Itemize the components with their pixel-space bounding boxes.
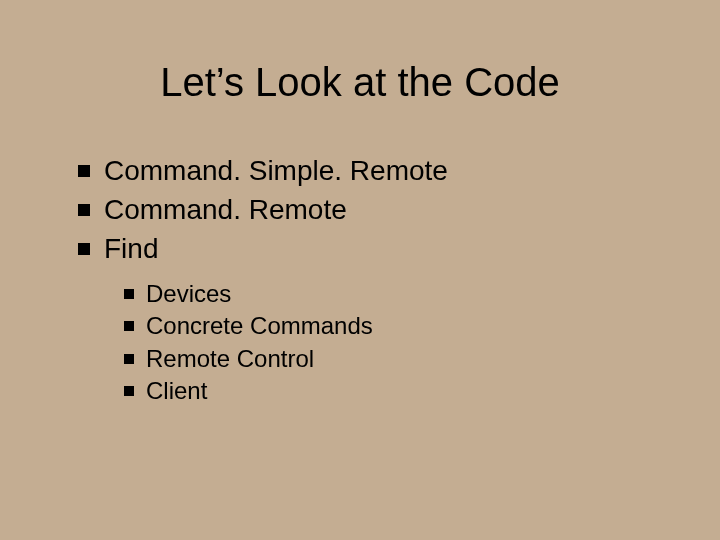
bullet-list-level-2: Devices Concrete Commands Remote Control… [50, 278, 670, 408]
list-item-label: Concrete Commands [146, 310, 373, 342]
list-item-label: Client [146, 375, 207, 407]
list-item-label: Command. Remote [104, 192, 347, 229]
list-item-label: Remote Control [146, 343, 314, 375]
list-item-label: Devices [146, 278, 231, 310]
list-item: Concrete Commands [124, 310, 670, 342]
slide: Let’s Look at the Code Command. Simple. … [0, 0, 720, 540]
list-item: Command. Remote [78, 192, 670, 229]
list-item: Find [78, 231, 670, 268]
list-item: Command. Simple. Remote [78, 153, 670, 190]
bullet-list-level-1: Command. Simple. Remote Command. Remote … [50, 153, 670, 268]
list-item: Remote Control [124, 343, 670, 375]
list-item: Client [124, 375, 670, 407]
square-bullet-icon [78, 243, 90, 255]
square-bullet-icon [124, 289, 134, 299]
list-item-label: Find [104, 231, 158, 268]
slide-title: Let’s Look at the Code [50, 60, 670, 105]
square-bullet-icon [124, 354, 134, 364]
square-bullet-icon [78, 204, 90, 216]
square-bullet-icon [124, 321, 134, 331]
square-bullet-icon [78, 165, 90, 177]
square-bullet-icon [124, 386, 134, 396]
list-item: Devices [124, 278, 670, 310]
list-item-label: Command. Simple. Remote [104, 153, 448, 190]
